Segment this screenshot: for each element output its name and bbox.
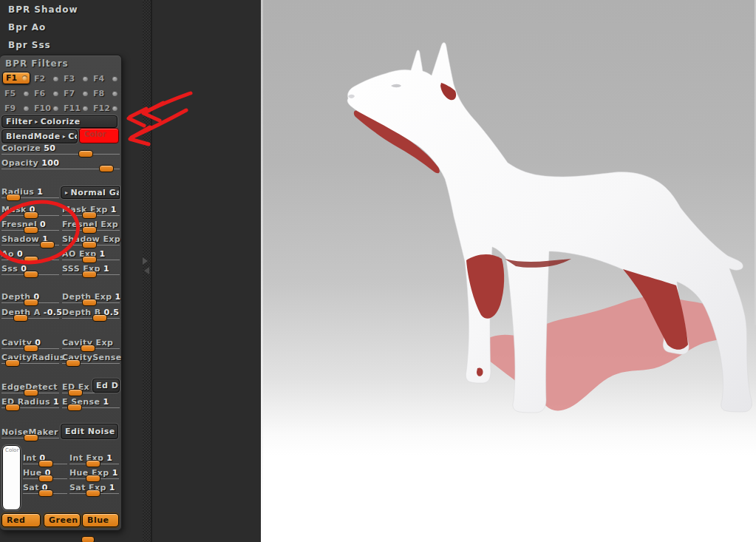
slider-handle[interactable]	[24, 271, 38, 278]
slider-handle[interactable]	[86, 490, 101, 497]
edit-noise-button[interactable]: Edit Noise	[61, 424, 118, 439]
slider-sat-exp[interactable]: Sat Exp1	[69, 483, 119, 495]
slider-handle[interactable]	[67, 404, 82, 411]
slider-handle[interactable]	[6, 194, 21, 201]
slider-colorize[interactable]: Colorize50	[1, 143, 120, 156]
slider-e-sense[interactable]: E Sense1	[62, 397, 120, 410]
slider-depth-a[interactable]: Depth A-0.5	[1, 308, 59, 320]
green-channel-button[interactable]: Green	[44, 513, 81, 527]
slider-int-exp[interactable]: Int Exp1	[69, 453, 119, 466]
tray-collapse-control[interactable]	[141, 257, 151, 277]
slider-sat[interactable]: Sat0	[23, 483, 67, 495]
slider-handle[interactable]	[86, 460, 101, 467]
slider-handle[interactable]	[40, 241, 55, 248]
slider-depth[interactable]: Depth0	[1, 292, 59, 305]
adjust-color-swatch[interactable]: Color	[2, 445, 21, 510]
radio-dot-icon	[53, 106, 58, 111]
edit-noise-label: Edit Noise	[65, 427, 115, 436]
slider-fresnel[interactable]: Fresnel0	[1, 220, 59, 232]
slider-ao[interactable]: Ao0	[1, 249, 59, 262]
slider-handle[interactable]	[5, 404, 20, 411]
slider-ed-ex[interactable]: ED Ex	[62, 382, 95, 395]
radio-dot-icon	[24, 106, 29, 111]
slider-opacity[interactable]: Opacity100	[1, 158, 120, 171]
slider-handle[interactable]	[24, 434, 38, 441]
slider-cavity[interactable]: Cavity0	[1, 338, 59, 350]
slider-handle[interactable]	[24, 226, 38, 234]
slider-handle[interactable]	[81, 345, 95, 352]
slider-handle[interactable]	[82, 211, 97, 219]
blue-channel-button[interactable]: Blue	[82, 513, 119, 527]
filter-slot-f7[interactable]: F7	[61, 86, 90, 101]
slider-ed-radius[interactable]: ED Radius1	[1, 397, 59, 410]
slider-handle[interactable]	[13, 314, 28, 322]
slider-cavity-exp[interactable]: Cavity Exp	[62, 338, 120, 350]
tray-menu-item-bpr-ao[interactable]: Bpr Ao	[8, 21, 46, 34]
slider-mask[interactable]: Mask0	[1, 205, 59, 217]
normal-gaussian-dropdown[interactable]: ▸ Normal Gau	[61, 186, 120, 199]
slider-handle[interactable]	[24, 389, 38, 396]
slider-handle[interactable]	[82, 241, 97, 248]
slider-sss[interactable]: Sss0	[1, 264, 59, 277]
slider-int[interactable]: Int0	[23, 453, 67, 466]
slider-sss-exp[interactable]: SSS Exp1	[62, 264, 120, 277]
slider-handle[interactable]	[5, 359, 20, 367]
filter-slot-f2[interactable]: F2	[31, 71, 61, 86]
filter-slot-f8[interactable]: F8	[90, 86, 120, 101]
slider-handle[interactable]	[99, 165, 114, 172]
filter-slot-f6[interactable]: F6	[31, 86, 61, 101]
filter-slot-f1[interactable]: F1	[2, 72, 30, 84]
filter-selector-dropdown[interactable]: Filter ▸ Colorize	[1, 115, 118, 128]
slider-handle[interactable]	[24, 345, 38, 352]
slider-handle[interactable]	[24, 256, 38, 263]
slider-handle[interactable]	[24, 211, 38, 219]
slider-handle[interactable]	[66, 359, 81, 367]
slider-shadow[interactable]: Shadow1	[1, 234, 59, 247]
red-channel-button[interactable]: Red	[1, 513, 41, 527]
filter-slot-f9[interactable]: F9	[1, 101, 31, 115]
slider-handle[interactable]	[38, 460, 53, 467]
ed-ds-label: Ed Ds	[96, 381, 120, 390]
slider-handle[interactable]	[78, 150, 93, 157]
slider-hue[interactable]: Hue0	[23, 468, 67, 481]
slider-handle[interactable]	[86, 475, 101, 482]
filter-slot-f5[interactable]: F5	[1, 86, 31, 101]
tray-menu-item-bpr-sss[interactable]: Bpr Sss	[8, 38, 51, 52]
slider-shadow-exp[interactable]: Shadow Exp	[62, 234, 120, 247]
slider-handle[interactable]	[38, 490, 53, 497]
blendmode-selector-dropdown[interactable]: BlendMode ▸ Color	[1, 129, 78, 143]
filter-slot-f12[interactable]: F12	[90, 101, 120, 115]
slider-track	[62, 318, 120, 319]
slider-value: 0	[17, 249, 23, 259]
slider-fresnel-exp[interactable]: Fresnel Exp	[62, 220, 120, 232]
slider-depth-b[interactable]: Depth B0.5	[62, 308, 120, 320]
slider-cavityradius[interactable]: CavityRadius	[1, 353, 59, 365]
filter-slot-label: F11	[64, 104, 81, 113]
slider-hue-exp[interactable]: Hue Exp1	[69, 468, 119, 481]
filter-slot-f3[interactable]: F3	[61, 71, 90, 86]
slider-handle[interactable]	[24, 299, 38, 306]
slider-radius[interactable]: Radius1	[1, 187, 59, 200]
filter-slot-f10[interactable]: F10	[31, 101, 61, 115]
filter-slot-f4[interactable]: F4	[90, 71, 120, 86]
blend-color-swatch[interactable]: Color	[79, 128, 119, 143]
slider-handle[interactable]	[82, 299, 97, 306]
slider-handle[interactable]	[82, 226, 97, 234]
slider-ao-exp[interactable]: AO Exp1	[62, 249, 120, 262]
ed-ds-button[interactable]: Ed Ds	[92, 379, 120, 393]
slider-cavitysense[interactable]: CavitySense	[62, 353, 120, 365]
slider-depth-exp[interactable]: Depth Exp1	[62, 292, 120, 305]
slider-noisemaker[interactable]: NoiseMaker	[1, 427, 59, 440]
filter-slot-f11[interactable]: F11	[61, 101, 90, 115]
slider-handle[interactable]	[38, 475, 53, 482]
slider-handle[interactable]	[92, 314, 107, 322]
filter-slot-grid: F1F2F3F4F5F6F7F8F9F10F11F12	[1, 71, 120, 115]
slider-mask-exp[interactable]: Mask Exp1	[62, 205, 120, 217]
slider-handle[interactable]	[82, 256, 97, 263]
slider-handle[interactable]	[68, 389, 83, 396]
slider-handle[interactable]	[82, 271, 97, 278]
radio-dot-icon	[83, 91, 88, 96]
document-viewport[interactable]	[261, 0, 756, 542]
slider-edgedetect[interactable]: EdgeDetect	[1, 382, 59, 395]
tray-menu-item-bpr-shadow[interactable]: BPR Shadow	[8, 3, 78, 16]
